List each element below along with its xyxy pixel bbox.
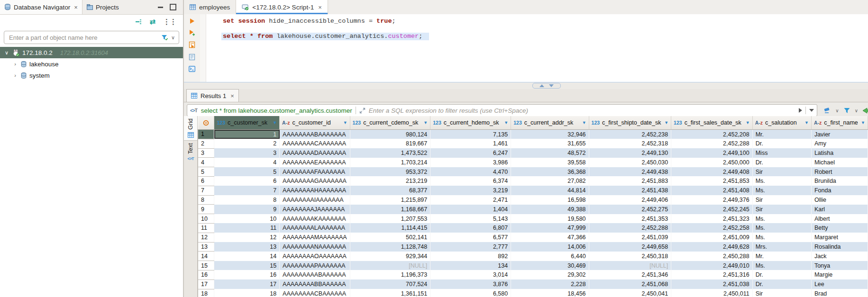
row-number[interactable]: 7 xyxy=(198,186,214,195)
row-number[interactable]: 18 xyxy=(198,289,214,297)
grid-cell[interactable]: Mr. xyxy=(752,130,811,139)
grid-cell[interactable]: [NULL] xyxy=(350,261,430,270)
grid-cell[interactable]: Mr. xyxy=(752,252,811,261)
grid-corner-record-icon[interactable] xyxy=(198,116,214,130)
grid-cell[interactable]: Ms. xyxy=(752,223,811,233)
grid-cell[interactable]: 2,451,068 xyxy=(589,279,671,289)
grid-cell[interactable]: Lee xyxy=(811,279,868,289)
grid-cell[interactable]: 68,377 xyxy=(350,186,430,195)
grid-cell[interactable]: 2,449,406 xyxy=(589,195,671,205)
grid-cell[interactable]: 1,361,151 xyxy=(350,289,430,297)
grid-cell[interactable]: AAAAAAAALAAAAAAA xyxy=(280,223,350,233)
funnel-icon[interactable] xyxy=(843,108,850,114)
column-dropdown-icon[interactable]: ▼ xyxy=(804,120,809,125)
grid-cell[interactable]: 2,228 xyxy=(511,279,589,289)
minimize-icon[interactable] xyxy=(158,7,163,8)
grid-cell[interactable]: Albert xyxy=(811,214,868,224)
column-header-c_customer_sk[interactable]: 123c_customer_sk▼ xyxy=(214,116,280,130)
grid-cell[interactable]: Rosalinda xyxy=(811,242,868,252)
grid-cell[interactable]: Amy xyxy=(811,139,868,148)
column-header-c_customer_id[interactable]: A-zc_customer_id▼ xyxy=(280,116,350,130)
column-dropdown-icon[interactable]: ▼ xyxy=(664,120,668,125)
grid-cell[interactable]: Ollie xyxy=(811,195,868,205)
grid-cell[interactable]: 2,451,009 xyxy=(671,233,753,242)
column-header-c_salutation[interactable]: A-zc_salutation▼ xyxy=(752,116,811,130)
row-number[interactable]: 11 xyxy=(198,223,214,233)
presentation-tab-grid[interactable]: Grid xyxy=(184,116,197,141)
grid-cell[interactable]: 980,124 xyxy=(350,130,430,139)
grid-cell[interactable]: 3,876 xyxy=(430,279,511,289)
grid-cell[interactable]: 17 xyxy=(214,279,280,289)
row-number[interactable]: 4 xyxy=(198,158,214,167)
grid-cell[interactable]: 2,449,100 xyxy=(671,148,753,158)
grid-cell[interactable]: 953,372 xyxy=(350,167,430,177)
grid-cell[interactable]: 27,082 xyxy=(511,176,589,186)
grid-cell[interactable]: Sir xyxy=(752,167,811,177)
grid-cell[interactable]: 2,452,208 xyxy=(671,130,753,139)
tree-item-system[interactable]: › system xyxy=(0,70,183,81)
column-dropdown-icon[interactable]: ▼ xyxy=(582,120,586,125)
grid-cell[interactable]: Jack xyxy=(811,252,868,261)
column-header-c_current_hdemo_sk[interactable]: 123c_current_hdemo_sk▼ xyxy=(430,116,511,130)
grid-cell[interactable]: 2,449,376 xyxy=(671,195,753,205)
grid-cell[interactable]: 10 xyxy=(214,214,280,224)
grid-cell[interactable]: Mrs. xyxy=(752,242,811,252)
grid-cell[interactable]: 2,452,288 xyxy=(589,223,671,233)
grid-cell[interactable]: AAAAAAAABBAAAAAA xyxy=(280,279,350,289)
tree-item-lakehouse[interactable]: › lakehouse xyxy=(0,58,183,70)
grid-cell[interactable]: 2,451,038 xyxy=(671,279,753,289)
grid-cell[interactable]: 16 xyxy=(214,270,280,279)
view-menu-icon[interactable]: ⋮⋮ xyxy=(163,18,176,26)
grid-cell[interactable]: AAAAAAAAFAAAAAAA xyxy=(280,167,350,177)
grid-cell[interactable]: AAAAAAAAABAAAAAA xyxy=(280,270,350,279)
grid-cell[interactable]: 213,219 xyxy=(350,176,430,186)
column-header-c_first_shipto_date_sk[interactable]: 123c_first_shipto_date_sk▼ xyxy=(589,116,671,130)
grid-cell[interactable]: 4 xyxy=(214,158,280,167)
tab-employees[interactable]: employees xyxy=(184,0,236,14)
grid-cell[interactable]: 134 xyxy=(430,261,511,270)
row-number[interactable]: 14 xyxy=(198,252,214,261)
column-dropdown-icon[interactable]: ▼ xyxy=(273,120,277,125)
grid-cell[interactable]: 2,449,408 xyxy=(671,167,753,177)
grid-cell[interactable]: Betty xyxy=(811,223,868,233)
collapse-up-icon[interactable] xyxy=(539,84,544,87)
grid-cell[interactable]: AAAAAAAAEAAAAAAA xyxy=(280,158,350,167)
grid-cell[interactable]: 2,449,010 xyxy=(671,261,753,270)
grid-cell[interactable]: 15 xyxy=(214,261,280,270)
grid-cell[interactable]: AAAAAAAADAAAAAAA xyxy=(280,148,350,158)
row-number[interactable]: 13 xyxy=(198,242,214,252)
column-header-c_current_addr_sk[interactable]: 123c_current_addr_sk▼ xyxy=(511,116,589,130)
grid-cell[interactable]: AAAAAAAAGAAAAAAA xyxy=(280,176,350,186)
grid-cell[interactable]: Sir xyxy=(752,195,811,205)
collapse-all-icon[interactable] xyxy=(135,19,142,25)
grid-cell[interactable]: 2,450,288 xyxy=(671,252,753,261)
grid-cell[interactable]: Miss xyxy=(752,148,811,158)
grid-cell[interactable]: 2,452,258 xyxy=(671,223,753,233)
grid-cell[interactable]: Dr. xyxy=(752,139,811,148)
grid-cell[interactable]: 8 xyxy=(214,195,280,205)
grid-cell[interactable]: 6 xyxy=(214,176,280,186)
tab-script-1[interactable]: <172.18.0.2> Script-1 × xyxy=(236,0,328,14)
grid-cell[interactable]: 29,302 xyxy=(511,270,589,279)
grid-cell[interactable]: 819,667 xyxy=(350,139,430,148)
grid-cell[interactable]: Ms. xyxy=(752,233,811,242)
grid-cell[interactable]: 3,986 xyxy=(430,158,511,167)
grid-cell[interactable]: 2,452,318 xyxy=(589,139,671,148)
grid-cell[interactable]: Margie xyxy=(811,270,868,279)
grid-cell[interactable]: 3 xyxy=(214,148,280,158)
apply-filter-icon[interactable] xyxy=(799,108,802,113)
tab-database-navigator[interactable]: Database Navigator × xyxy=(0,0,82,14)
grid-cell[interactable]: Dr. xyxy=(752,270,811,279)
grid-cell[interactable]: Brunilda xyxy=(811,176,868,186)
grid-cell[interactable]: 7 xyxy=(214,186,280,195)
maximize-icon[interactable] xyxy=(170,4,176,10)
grid-cell[interactable]: Ms. xyxy=(752,186,811,195)
chevron-down-icon[interactable]: ∨ xyxy=(835,108,839,113)
row-number[interactable]: 1 xyxy=(198,130,214,139)
filter-history-dropdown-icon[interactable] xyxy=(809,109,814,112)
presentation-tab-text[interactable]: Text <>T xyxy=(184,141,197,163)
column-header-c_first_sales_date_sk[interactable]: 123c_first_sales_date_sk▼ xyxy=(671,116,753,130)
row-number[interactable]: 17 xyxy=(198,279,214,289)
grid-cell[interactable]: 18 xyxy=(214,289,280,297)
grid-cell[interactable]: 2,471 xyxy=(430,195,511,205)
